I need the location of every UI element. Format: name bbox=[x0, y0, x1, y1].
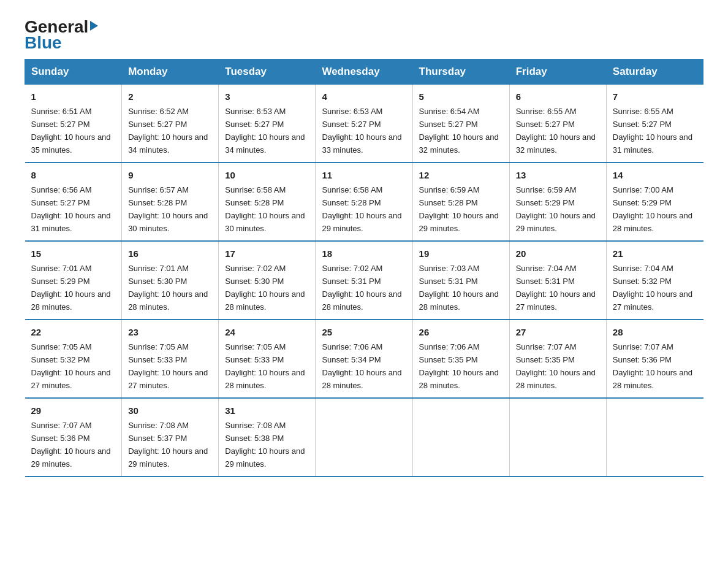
calendar-day-cell: 6Sunrise: 6:55 AMSunset: 5:27 PMDaylight… bbox=[509, 85, 606, 163]
calendar-day-cell: 3Sunrise: 6:53 AMSunset: 5:27 PMDaylight… bbox=[219, 85, 316, 163]
day-info: Sunrise: 7:02 AMSunset: 5:30 PMDaylight:… bbox=[225, 264, 305, 312]
day-number: 20 bbox=[516, 247, 600, 261]
day-number: 24 bbox=[225, 325, 309, 339]
calendar-day-cell: 24Sunrise: 7:05 AMSunset: 5:33 PMDayligh… bbox=[219, 320, 316, 398]
day-info: Sunrise: 6:56 AMSunset: 5:27 PMDaylight:… bbox=[31, 185, 111, 233]
day-info: Sunrise: 6:59 AMSunset: 5:28 PMDaylight:… bbox=[419, 185, 499, 233]
day-number: 31 bbox=[225, 404, 309, 418]
calendar-day-cell: 7Sunrise: 6:55 AMSunset: 5:27 PMDaylight… bbox=[606, 85, 703, 163]
calendar-day-cell: 19Sunrise: 7:03 AMSunset: 5:31 PMDayligh… bbox=[412, 241, 509, 320]
day-info: Sunrise: 6:53 AMSunset: 5:27 PMDaylight:… bbox=[225, 107, 305, 155]
calendar-day-cell: 31Sunrise: 7:08 AMSunset: 5:38 PMDayligh… bbox=[219, 398, 316, 477]
calendar-day-cell: 16Sunrise: 7:01 AMSunset: 5:30 PMDayligh… bbox=[122, 241, 219, 320]
calendar-day-cell: 27Sunrise: 7:07 AMSunset: 5:35 PMDayligh… bbox=[509, 320, 606, 398]
day-number: 28 bbox=[613, 325, 697, 339]
day-info: Sunrise: 7:05 AMSunset: 5:33 PMDaylight:… bbox=[128, 342, 208, 390]
day-number: 16 bbox=[128, 247, 212, 261]
calendar-table: SundayMondayTuesdayWednesdayThursdayFrid… bbox=[25, 59, 703, 477]
day-info: Sunrise: 7:07 AMSunset: 5:36 PMDaylight:… bbox=[613, 342, 692, 390]
day-number: 22 bbox=[31, 325, 116, 339]
header-tuesday: Tuesday bbox=[219, 59, 316, 85]
day-info: Sunrise: 6:53 AMSunset: 5:27 PMDaylight:… bbox=[322, 107, 401, 155]
day-info: Sunrise: 6:55 AMSunset: 5:27 PMDaylight:… bbox=[613, 107, 692, 155]
logo-triangle-icon bbox=[90, 21, 98, 31]
logo: General Blue bbox=[25, 18, 98, 53]
day-number: 30 bbox=[128, 404, 212, 418]
logo-blue-text: Blue bbox=[25, 33, 62, 53]
day-info: Sunrise: 7:04 AMSunset: 5:31 PMDaylight:… bbox=[516, 264, 596, 312]
day-number: 25 bbox=[322, 325, 406, 339]
day-number: 18 bbox=[322, 247, 406, 261]
calendar-day-cell: 4Sunrise: 6:53 AMSunset: 5:27 PMDaylight… bbox=[316, 85, 412, 163]
day-info: Sunrise: 7:07 AMSunset: 5:35 PMDaylight:… bbox=[516, 342, 596, 390]
day-info: Sunrise: 6:55 AMSunset: 5:27 PMDaylight:… bbox=[516, 107, 596, 155]
calendar-week-row: 22Sunrise: 7:05 AMSunset: 5:32 PMDayligh… bbox=[25, 320, 703, 398]
calendar-day-cell: 9Sunrise: 6:57 AMSunset: 5:28 PMDaylight… bbox=[122, 163, 219, 241]
calendar-day-cell: 25Sunrise: 7:06 AMSunset: 5:34 PMDayligh… bbox=[316, 320, 412, 398]
calendar-day-cell: 13Sunrise: 6:59 AMSunset: 5:29 PMDayligh… bbox=[509, 163, 606, 241]
day-number: 1 bbox=[31, 90, 116, 104]
page-header: General Blue bbox=[25, 18, 703, 53]
day-number: 11 bbox=[322, 168, 406, 182]
day-info: Sunrise: 6:58 AMSunset: 5:28 PMDaylight:… bbox=[322, 185, 401, 233]
calendar-day-cell: 30Sunrise: 7:08 AMSunset: 5:37 PMDayligh… bbox=[122, 398, 219, 477]
header-saturday: Saturday bbox=[606, 59, 703, 85]
day-number: 5 bbox=[419, 90, 503, 104]
day-info: Sunrise: 7:05 AMSunset: 5:33 PMDaylight:… bbox=[225, 342, 305, 390]
calendar-day-cell bbox=[606, 398, 703, 477]
day-info: Sunrise: 7:00 AMSunset: 5:29 PMDaylight:… bbox=[613, 185, 692, 233]
day-number: 7 bbox=[613, 90, 697, 104]
day-number: 23 bbox=[128, 325, 212, 339]
day-number: 3 bbox=[225, 90, 309, 104]
day-info: Sunrise: 7:03 AMSunset: 5:31 PMDaylight:… bbox=[419, 264, 499, 312]
day-info: Sunrise: 7:05 AMSunset: 5:32 PMDaylight:… bbox=[31, 342, 111, 390]
day-info: Sunrise: 7:04 AMSunset: 5:32 PMDaylight:… bbox=[613, 264, 692, 312]
header-friday: Friday bbox=[509, 59, 606, 85]
calendar-day-cell: 15Sunrise: 7:01 AMSunset: 5:29 PMDayligh… bbox=[25, 241, 122, 320]
calendar-week-row: 29Sunrise: 7:07 AMSunset: 5:36 PMDayligh… bbox=[25, 398, 703, 477]
day-number: 17 bbox=[225, 247, 309, 261]
day-info: Sunrise: 6:54 AMSunset: 5:27 PMDaylight:… bbox=[419, 107, 499, 155]
calendar-day-cell: 23Sunrise: 7:05 AMSunset: 5:33 PMDayligh… bbox=[122, 320, 219, 398]
header-thursday: Thursday bbox=[412, 59, 509, 85]
calendar-day-cell: 14Sunrise: 7:00 AMSunset: 5:29 PMDayligh… bbox=[606, 163, 703, 241]
calendar-header-row: SundayMondayTuesdayWednesdayThursdayFrid… bbox=[25, 59, 703, 85]
calendar-day-cell: 17Sunrise: 7:02 AMSunset: 5:30 PMDayligh… bbox=[219, 241, 316, 320]
calendar-day-cell: 12Sunrise: 6:59 AMSunset: 5:28 PMDayligh… bbox=[412, 163, 509, 241]
day-info: Sunrise: 7:02 AMSunset: 5:31 PMDaylight:… bbox=[322, 264, 401, 312]
calendar-day-cell: 1Sunrise: 6:51 AMSunset: 5:27 PMDaylight… bbox=[25, 85, 122, 163]
day-number: 2 bbox=[128, 90, 212, 104]
calendar-day-cell: 10Sunrise: 6:58 AMSunset: 5:28 PMDayligh… bbox=[219, 163, 316, 241]
day-number: 9 bbox=[128, 168, 212, 182]
header-monday: Monday bbox=[122, 59, 219, 85]
calendar-day-cell: 18Sunrise: 7:02 AMSunset: 5:31 PMDayligh… bbox=[316, 241, 412, 320]
day-number: 13 bbox=[516, 168, 600, 182]
day-number: 21 bbox=[613, 247, 697, 261]
day-number: 4 bbox=[322, 90, 406, 104]
day-number: 12 bbox=[419, 168, 503, 182]
day-number: 27 bbox=[516, 325, 600, 339]
day-number: 14 bbox=[613, 168, 697, 182]
calendar-day-cell: 8Sunrise: 6:56 AMSunset: 5:27 PMDaylight… bbox=[25, 163, 122, 241]
day-info: Sunrise: 7:06 AMSunset: 5:34 PMDaylight:… bbox=[322, 342, 401, 390]
calendar-week-row: 1Sunrise: 6:51 AMSunset: 5:27 PMDaylight… bbox=[25, 85, 703, 163]
calendar-day-cell: 26Sunrise: 7:06 AMSunset: 5:35 PMDayligh… bbox=[412, 320, 509, 398]
day-info: Sunrise: 6:51 AMSunset: 5:27 PMDaylight:… bbox=[31, 107, 111, 155]
calendar-day-cell: 11Sunrise: 6:58 AMSunset: 5:28 PMDayligh… bbox=[316, 163, 412, 241]
day-number: 15 bbox=[31, 247, 116, 261]
calendar-week-row: 15Sunrise: 7:01 AMSunset: 5:29 PMDayligh… bbox=[25, 241, 703, 320]
header-wednesday: Wednesday bbox=[316, 59, 412, 85]
day-number: 26 bbox=[419, 325, 503, 339]
day-info: Sunrise: 7:08 AMSunset: 5:38 PMDaylight:… bbox=[225, 421, 305, 469]
calendar-day-cell: 20Sunrise: 7:04 AMSunset: 5:31 PMDayligh… bbox=[509, 241, 606, 320]
day-info: Sunrise: 7:06 AMSunset: 5:35 PMDaylight:… bbox=[419, 342, 499, 390]
header-sunday: Sunday bbox=[25, 59, 122, 85]
day-number: 29 bbox=[31, 404, 116, 418]
calendar-day-cell: 21Sunrise: 7:04 AMSunset: 5:32 PMDayligh… bbox=[606, 241, 703, 320]
calendar-day-cell bbox=[316, 398, 412, 477]
day-number: 8 bbox=[31, 168, 116, 182]
day-number: 19 bbox=[419, 247, 503, 261]
day-info: Sunrise: 7:01 AMSunset: 5:29 PMDaylight:… bbox=[31, 264, 111, 312]
calendar-day-cell bbox=[412, 398, 509, 477]
calendar-day-cell: 29Sunrise: 7:07 AMSunset: 5:36 PMDayligh… bbox=[25, 398, 122, 477]
